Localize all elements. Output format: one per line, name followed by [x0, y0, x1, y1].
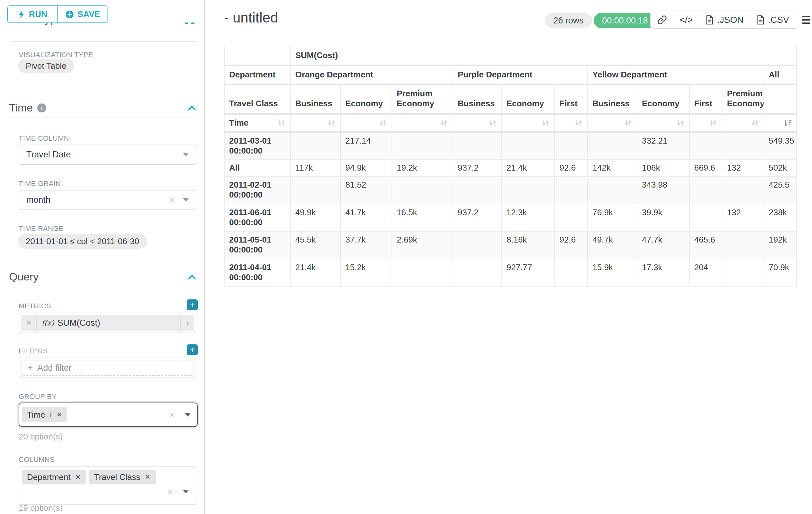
add-filter-plus-button[interactable]: + [187, 344, 198, 355]
pivot-cell: 92.6 [555, 231, 588, 259]
panel-scrollbar[interactable] [204, 0, 205, 514]
columns-select[interactable]: Department ✕ Travel Class ✕ × [19, 466, 196, 505]
export-csv-button[interactable]: .CSV [750, 11, 795, 28]
time-range-value[interactable]: 2011-01-01 ≤ col < 2011-06-30 [18, 234, 147, 249]
metrics-control: × f(x) SUM(Cost) › [19, 313, 196, 333]
save-button[interactable]: SAVE [58, 6, 108, 23]
pivot-cell [392, 132, 453, 159]
table-row: 2011-03-01 00:00:00217.14332.21549.35 [224, 132, 796, 159]
query-section-heading: Query [9, 270, 39, 283]
sort-header-cell [637, 114, 689, 132]
chevron-down-icon[interactable] [185, 413, 191, 417]
sort-icon[interactable] [440, 119, 448, 127]
pivot-cell [555, 259, 588, 286]
remove-metric-icon[interactable]: × [21, 315, 37, 331]
filters-label: FILTERS [19, 347, 48, 355]
share-link-button[interactable] [651, 11, 673, 28]
sort-descending-icon[interactable] [783, 119, 792, 127]
add-filter-button[interactable]: + Add filter [21, 360, 194, 376]
row-dimension-header: Department [224, 65, 290, 84]
info-icon[interactable]: i [37, 104, 46, 112]
pivot-cell: 8.16k [502, 231, 555, 259]
pivot-cell [555, 177, 588, 204]
sort-header-cell [555, 114, 588, 132]
pivot-cell: 12.3k [502, 204, 555, 231]
sort-icon[interactable] [751, 119, 759, 127]
clear-icon[interactable]: × [169, 409, 175, 421]
pivot-cell: 81.52 [341, 177, 392, 204]
column-group-header: Yellow Department [588, 65, 764, 84]
sort-header-cell [453, 114, 502, 132]
metric-pill[interactable]: × f(x) SUM(Cost) › [21, 315, 194, 331]
info-icon[interactable]: i [50, 410, 52, 419]
collapse-chevron-icon[interactable] [187, 274, 196, 280]
sort-icon[interactable] [327, 119, 336, 127]
pivot-cell: 37.7k [341, 231, 392, 259]
control-panel: Chart Type RUN SAVE VISUALIZATION TYPE P… [0, 0, 209, 514]
pivot-cell: 2.69k [392, 231, 453, 259]
clear-icon[interactable]: × [169, 194, 175, 206]
json-file-icon [705, 15, 714, 25]
column-class-header: First [689, 84, 722, 114]
fx-icon: f(x) [41, 315, 54, 331]
chevron-down-icon[interactable] [183, 490, 189, 493]
menu-button[interactable] [795, 11, 812, 28]
add-metric-button[interactable]: + [187, 299, 198, 310]
sort-icon[interactable] [542, 119, 550, 127]
pivot-cell: 15.9k [588, 259, 637, 286]
pivot-cell: 425.5 [764, 177, 796, 204]
pivot-cell [453, 132, 502, 159]
remove-tag-icon[interactable]: ✕ [56, 411, 62, 418]
time-grain-select[interactable]: month × [19, 190, 196, 210]
pivot-cell [689, 177, 722, 204]
columns-options-hint: 19 option(s) [19, 503, 63, 513]
pivot-cell: 39.9k [637, 204, 689, 231]
group-by-select[interactable]: Time i ✕ × [19, 403, 198, 427]
bolt-icon [18, 10, 25, 19]
query-timer-badge: 00:00:00.18 [594, 13, 656, 28]
time-column-select[interactable]: Travel Date [19, 144, 196, 165]
visualization-type-label: VISUALIZATION TYPE [19, 51, 93, 59]
pivot-cell [502, 132, 555, 159]
pivot-cell: 117k [290, 159, 341, 177]
chevron-down-icon [183, 198, 189, 202]
column-class-header: Business [453, 84, 502, 114]
collapse-chevron-icon[interactable] [187, 105, 196, 111]
sort-header-cell [764, 114, 796, 132]
sort-icon[interactable] [489, 119, 497, 127]
sort-header-cell [392, 114, 453, 132]
pivot-cell [453, 231, 502, 259]
remove-tag-icon[interactable]: ✕ [75, 473, 81, 481]
sort-icon[interactable] [709, 119, 717, 127]
clear-icon[interactable]: × [167, 486, 173, 497]
time-grain-label: TIME GRAIN [19, 180, 61, 188]
table-row: All117k94.9k19.2k937.221.4k92.6142k106k6… [224, 159, 796, 177]
scrolled-icon-remnant [191, 23, 195, 24]
pivot-cell [689, 204, 722, 231]
visualization-type-value[interactable]: Pivot Table [18, 59, 74, 73]
sort-icon[interactable] [575, 119, 583, 127]
pivot-cell [555, 204, 588, 231]
export-toolbar: </> .JSON .CSV [650, 10, 798, 29]
corner-cell [224, 46, 290, 65]
sort-icon[interactable] [379, 119, 387, 127]
columns-tag: Travel Class ✕ [89, 470, 155, 484]
remove-tag-icon[interactable]: ✕ [145, 473, 150, 481]
sort-icon[interactable] [277, 118, 286, 127]
column-class-header: Business [588, 84, 637, 114]
row-sub-dimension-header: Travel Class [224, 84, 290, 114]
pivot-cell [290, 177, 341, 204]
sort-header-cell [588, 114, 637, 132]
pivot-cell [722, 259, 764, 286]
pivot-cell [392, 177, 453, 204]
view-query-button[interactable]: </> [673, 11, 699, 28]
expand-metric-icon[interactable]: › [180, 315, 194, 331]
run-button[interactable]: RUN [8, 6, 57, 23]
sort-icon[interactable] [624, 119, 632, 127]
chart-title[interactable]: - untitled [224, 10, 278, 26]
pivot-cell: 19.2k [392, 159, 453, 177]
pivot-cell: 132 [722, 159, 764, 177]
export-json-button[interactable]: .JSON [699, 11, 750, 28]
pivot-cell: 332.21 [637, 132, 689, 159]
sort-icon[interactable] [676, 119, 685, 127]
